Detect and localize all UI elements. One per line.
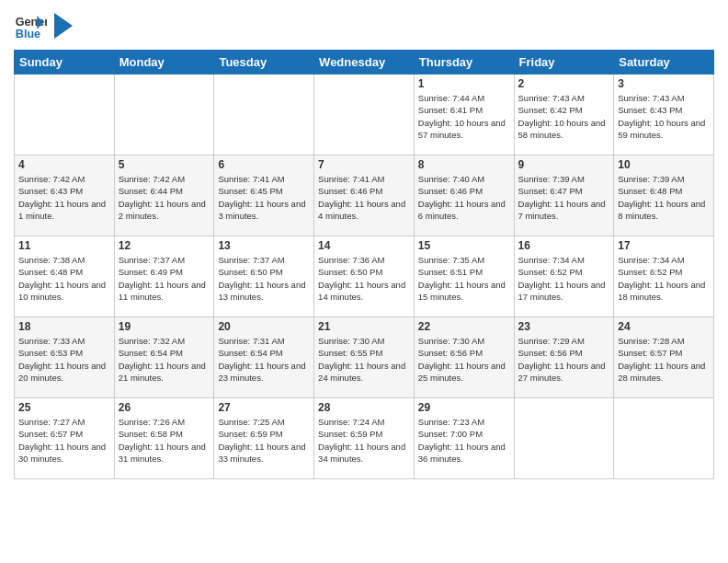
day-info: Sunrise: 7:26 AM Sunset: 6:58 PM Dayligh…	[119, 416, 210, 465]
day-info: Sunrise: 7:30 AM Sunset: 6:55 PM Dayligh…	[318, 335, 410, 384]
day-info: Sunrise: 7:25 AM Sunset: 6:59 PM Dayligh…	[218, 416, 310, 465]
day-number: 24	[618, 320, 710, 333]
day-cell: 27Sunrise: 7:25 AM Sunset: 6:59 PM Dayli…	[214, 398, 314, 479]
day-number: 11	[18, 239, 110, 252]
day-number: 8	[418, 158, 510, 171]
day-info: Sunrise: 7:43 AM Sunset: 6:43 PM Dayligh…	[618, 92, 710, 141]
logo-icon: General Blue	[14, 9, 47, 42]
day-number: 27	[218, 401, 310, 414]
day-cell: 17Sunrise: 7:34 AM Sunset: 6:52 PM Dayli…	[614, 236, 714, 317]
day-cell: 11Sunrise: 7:38 AM Sunset: 6:48 PM Dayli…	[15, 236, 115, 317]
day-cell: 8Sunrise: 7:40 AM Sunset: 6:46 PM Daylig…	[414, 155, 514, 236]
logo-triangle-icon	[54, 13, 73, 39]
day-number: 7	[318, 158, 410, 171]
day-info: Sunrise: 7:43 AM Sunset: 6:42 PM Dayligh…	[518, 92, 610, 141]
day-number: 15	[418, 239, 510, 252]
day-info: Sunrise: 7:36 AM Sunset: 6:50 PM Dayligh…	[318, 254, 410, 303]
day-cell: 25Sunrise: 7:27 AM Sunset: 6:57 PM Dayli…	[15, 398, 115, 479]
day-number: 3	[618, 77, 710, 90]
day-number: 6	[218, 158, 310, 171]
day-number: 21	[318, 320, 410, 333]
day-number: 18	[18, 320, 110, 333]
week-row-1: 1Sunrise: 7:44 AM Sunset: 6:41 PM Daylig…	[15, 75, 714, 155]
svg-marker-3	[54, 13, 73, 39]
day-info: Sunrise: 7:32 AM Sunset: 6:54 PM Dayligh…	[119, 335, 210, 384]
col-tuesday: Tuesday	[214, 51, 314, 75]
header-row: Sunday Monday Tuesday Wednesday Thursday…	[15, 51, 714, 75]
day-number: 23	[518, 320, 610, 333]
day-cell: 12Sunrise: 7:37 AM Sunset: 6:49 PM Dayli…	[114, 236, 214, 317]
col-sunday: Sunday	[15, 51, 115, 75]
day-cell: 18Sunrise: 7:33 AM Sunset: 6:53 PM Dayli…	[15, 317, 115, 398]
calendar-body: 1Sunrise: 7:44 AM Sunset: 6:41 PM Daylig…	[15, 75, 714, 479]
day-cell: 23Sunrise: 7:29 AM Sunset: 6:56 PM Dayli…	[514, 317, 614, 398]
day-number: 13	[218, 239, 310, 252]
day-cell: 19Sunrise: 7:32 AM Sunset: 6:54 PM Dayli…	[114, 317, 214, 398]
day-number: 22	[418, 320, 510, 333]
day-cell	[314, 75, 415, 155]
day-number: 5	[119, 158, 210, 171]
day-cell	[15, 75, 115, 155]
day-cell: 10Sunrise: 7:39 AM Sunset: 6:48 PM Dayli…	[614, 155, 714, 236]
day-cell: 1Sunrise: 7:44 AM Sunset: 6:41 PM Daylig…	[414, 75, 514, 155]
day-info: Sunrise: 7:42 AM Sunset: 6:44 PM Dayligh…	[119, 173, 210, 222]
col-saturday: Saturday	[614, 51, 714, 75]
day-info: Sunrise: 7:41 AM Sunset: 6:45 PM Dayligh…	[218, 173, 310, 222]
day-number: 14	[318, 239, 410, 252]
calendar-header: Sunday Monday Tuesday Wednesday Thursday…	[15, 51, 714, 75]
day-cell: 20Sunrise: 7:31 AM Sunset: 6:54 PM Dayli…	[214, 317, 314, 398]
day-number: 20	[218, 320, 310, 333]
day-info: Sunrise: 7:29 AM Sunset: 6:56 PM Dayligh…	[518, 335, 610, 384]
day-number: 26	[119, 401, 210, 414]
day-info: Sunrise: 7:28 AM Sunset: 6:57 PM Dayligh…	[618, 335, 710, 384]
calendar-table: Sunday Monday Tuesday Wednesday Thursday…	[14, 50, 714, 479]
day-number: 1	[418, 77, 510, 90]
day-info: Sunrise: 7:33 AM Sunset: 6:53 PM Dayligh…	[18, 335, 110, 384]
day-info: Sunrise: 7:23 AM Sunset: 7:00 PM Dayligh…	[418, 416, 510, 465]
day-info: Sunrise: 7:39 AM Sunset: 6:48 PM Dayligh…	[618, 173, 710, 222]
week-row-5: 25Sunrise: 7:27 AM Sunset: 6:57 PM Dayli…	[15, 398, 714, 479]
day-cell: 5Sunrise: 7:42 AM Sunset: 6:44 PM Daylig…	[114, 155, 214, 236]
day-cell: 4Sunrise: 7:42 AM Sunset: 6:43 PM Daylig…	[15, 155, 115, 236]
day-number: 9	[518, 158, 610, 171]
col-thursday: Thursday	[414, 51, 514, 75]
day-cell: 3Sunrise: 7:43 AM Sunset: 6:43 PM Daylig…	[614, 75, 714, 155]
col-wednesday: Wednesday	[314, 51, 415, 75]
day-info: Sunrise: 7:30 AM Sunset: 6:56 PM Dayligh…	[418, 335, 510, 384]
day-info: Sunrise: 7:38 AM Sunset: 6:48 PM Dayligh…	[18, 254, 110, 303]
day-cell: 6Sunrise: 7:41 AM Sunset: 6:45 PM Daylig…	[214, 155, 314, 236]
day-info: Sunrise: 7:34 AM Sunset: 6:52 PM Dayligh…	[618, 254, 710, 303]
svg-text:Blue: Blue	[16, 28, 40, 40]
day-cell: 26Sunrise: 7:26 AM Sunset: 6:58 PM Dayli…	[114, 398, 214, 479]
day-info: Sunrise: 7:44 AM Sunset: 6:41 PM Dayligh…	[418, 92, 510, 141]
day-number: 17	[618, 239, 710, 252]
week-row-4: 18Sunrise: 7:33 AM Sunset: 6:53 PM Dayli…	[15, 317, 714, 398]
day-cell	[514, 398, 614, 479]
day-cell: 28Sunrise: 7:24 AM Sunset: 6:59 PM Dayli…	[314, 398, 415, 479]
day-number: 16	[518, 239, 610, 252]
day-info: Sunrise: 7:31 AM Sunset: 6:54 PM Dayligh…	[218, 335, 310, 384]
day-cell: 2Sunrise: 7:43 AM Sunset: 6:42 PM Daylig…	[514, 75, 614, 155]
day-cell: 21Sunrise: 7:30 AM Sunset: 6:55 PM Dayli…	[314, 317, 415, 398]
day-info: Sunrise: 7:24 AM Sunset: 6:59 PM Dayligh…	[318, 416, 410, 465]
week-row-3: 11Sunrise: 7:38 AM Sunset: 6:48 PM Dayli…	[15, 236, 714, 317]
day-info: Sunrise: 7:34 AM Sunset: 6:52 PM Dayligh…	[518, 254, 610, 303]
col-friday: Friday	[514, 51, 614, 75]
day-cell: 9Sunrise: 7:39 AM Sunset: 6:47 PM Daylig…	[514, 155, 614, 236]
day-cell: 29Sunrise: 7:23 AM Sunset: 7:00 PM Dayli…	[414, 398, 514, 479]
day-number: 2	[518, 77, 610, 90]
week-row-2: 4Sunrise: 7:42 AM Sunset: 6:43 PM Daylig…	[15, 155, 714, 236]
day-cell: 24Sunrise: 7:28 AM Sunset: 6:57 PM Dayli…	[614, 317, 714, 398]
day-cell: 13Sunrise: 7:37 AM Sunset: 6:50 PM Dayli…	[214, 236, 314, 317]
day-info: Sunrise: 7:41 AM Sunset: 6:46 PM Dayligh…	[318, 173, 410, 222]
day-info: Sunrise: 7:37 AM Sunset: 6:50 PM Dayligh…	[218, 254, 310, 303]
day-number: 12	[119, 239, 210, 252]
page: General Blue Sunday Monday Tuesday Wedne…	[0, 0, 728, 563]
day-info: Sunrise: 7:27 AM Sunset: 6:57 PM Dayligh…	[18, 416, 110, 465]
day-info: Sunrise: 7:42 AM Sunset: 6:43 PM Dayligh…	[18, 173, 110, 222]
day-cell	[114, 75, 214, 155]
day-info: Sunrise: 7:39 AM Sunset: 6:47 PM Dayligh…	[518, 173, 610, 222]
day-number: 28	[318, 401, 410, 414]
day-cell: 14Sunrise: 7:36 AM Sunset: 6:50 PM Dayli…	[314, 236, 415, 317]
day-info: Sunrise: 7:37 AM Sunset: 6:49 PM Dayligh…	[119, 254, 210, 303]
